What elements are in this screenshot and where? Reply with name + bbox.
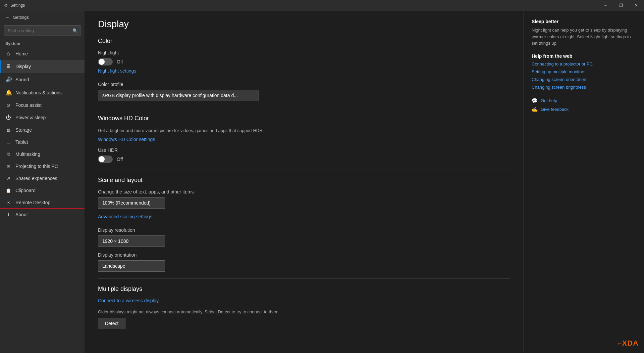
page-title: Display <box>98 19 510 30</box>
sidebar-item-remote[interactable]: ✕ Remote Desktop <box>0 196 85 209</box>
sidebar-item-label: Remote Desktop <box>15 200 50 205</box>
orientation-label: Display orientation <box>98 252 510 258</box>
main-content: Display Color Night light Off Night ligh… <box>85 11 523 353</box>
get-help-link-container: 💬 Get help <box>532 98 636 104</box>
sidebar-item-home[interactable]: ⌂ Home <box>0 47 85 60</box>
sidebar-item-display[interactable]: 🖥 Display <box>0 60 85 73</box>
sidebar-item-clipboard[interactable]: 📋 Clipboard <box>0 184 85 196</box>
help-link-projector[interactable]: Connecting to a projector or PC <box>532 61 636 67</box>
get-help-link[interactable]: Get help <box>541 98 557 103</box>
sidebar-item-tablet[interactable]: ▭ Tablet <box>0 136 85 148</box>
sleep-section-title: Sleep better <box>532 19 636 24</box>
back-icon: ← <box>5 15 10 20</box>
night-light-state: Off <box>117 59 123 64</box>
settings-icon: ⚙ <box>4 3 8 8</box>
orientation-dropdown-wrapper: Landscape Portrait Landscape (flipped) P… <box>98 260 510 272</box>
back-label: Settings <box>13 15 29 20</box>
notifications-icon: 🔔 <box>5 89 11 96</box>
hdr-section-title: Windows HD Color <box>98 115 510 122</box>
tablet-icon: ▭ <box>5 140 11 145</box>
give-feedback-link[interactable]: Give feedback <box>541 107 569 112</box>
color-profile-dropdown[interactable]: sRGB display profile with display hardwa… <box>98 90 259 101</box>
sidebar-item-label: Home <box>15 51 28 56</box>
sidebar-item-label: Tablet <box>15 139 28 145</box>
sidebar-item-multitasking[interactable]: ⧉ Multitasking <box>0 148 85 160</box>
remote-icon: ✕ <box>5 201 11 205</box>
search-icon: 🔍 <box>72 28 78 33</box>
home-icon: ⌂ <box>5 51 11 57</box>
xda-watermark: ⌐XDA <box>618 339 639 348</box>
app-title: Settings <box>10 3 25 8</box>
use-hdr-toggle[interactable] <box>98 156 113 163</box>
help-section-title: Help from the web <box>532 53 636 59</box>
sidebar-item-label: Clipboard <box>15 188 36 193</box>
title-bar-controls: − ❐ ✕ <box>598 0 644 11</box>
display-icon: 🖥 <box>5 63 11 70</box>
help-link-monitors[interactable]: Setting up multiple monitors <box>532 69 636 74</box>
xda-logo-text: ⌐XDA <box>618 339 639 347</box>
title-bar-left: ⚙ Settings <box>4 3 25 8</box>
sidebar-item-label: Notifications & actions <box>15 90 62 95</box>
hdr-description: Get a brighter and more vibrant picture … <box>98 127 510 134</box>
sidebar-item-projecting[interactable]: ⊡ Projecting to this PC <box>0 160 85 172</box>
sidebar-item-label: Storage <box>15 127 32 133</box>
sidebar-item-label: About <box>15 212 28 217</box>
give-feedback-link-container: ✍ Give feedback <box>532 106 636 113</box>
sidebar-item-power[interactable]: ⏻ Power & sleep <box>0 111 85 124</box>
sidebar-item-label: Focus assist <box>15 102 42 108</box>
projecting-icon: ⊡ <box>5 164 11 169</box>
sidebar-item-sound[interactable]: 🔊 Sound <box>0 73 85 86</box>
sidebar-item-notifications[interactable]: 🔔 Notifications & actions <box>0 86 85 99</box>
restore-button[interactable]: ❐ <box>613 0 629 11</box>
color-profile-label: Color profile <box>98 82 510 87</box>
wireless-display-link[interactable]: Connect to a wireless display <box>98 298 159 303</box>
sidebar-item-label: Sound <box>15 77 29 82</box>
sidebar-item-storage[interactable]: ▦ Storage <box>0 124 85 136</box>
divider-3 <box>98 278 510 279</box>
hdr-settings-link[interactable]: Windows HD Color settings <box>98 137 155 142</box>
power-icon: ⏻ <box>5 115 11 121</box>
sidebar: ← Settings 🔍 System ⌂ Home 🖥 Display 🔊 S… <box>0 11 85 353</box>
sidebar-back-button[interactable]: ← Settings <box>0 11 85 24</box>
sound-icon: 🔊 <box>5 76 11 83</box>
scale-dropdown[interactable]: 100% (Recommended) 125% 150% 175% <box>98 197 165 209</box>
multitasking-icon: ⧉ <box>5 151 11 157</box>
use-hdr-toggle-row: Off <box>98 156 510 163</box>
sidebar-item-label: Power & sleep <box>15 115 46 120</box>
advanced-scaling-link[interactable]: Advanced scaling settings <box>98 214 152 219</box>
orientation-dropdown[interactable]: Landscape Portrait Landscape (flipped) P… <box>98 260 165 272</box>
detect-description: Older displays might not always connect … <box>98 309 510 315</box>
search-input[interactable] <box>4 25 80 36</box>
sidebar-search-container: 🔍 <box>4 25 80 36</box>
color-section-title: Color <box>98 38 510 45</box>
night-light-toggle-row: Off <box>98 58 510 65</box>
focus-icon: ⊘ <box>5 102 11 108</box>
scale-section-title: Scale and layout <box>98 177 510 184</box>
app-container: ← Settings 🔍 System ⌂ Home 🖥 Display 🔊 S… <box>0 11 644 353</box>
right-panel: Sleep better Night light can help you ge… <box>523 11 644 353</box>
resolution-dropdown-wrapper: 1920 × 1080 1280 × 720 1024 × 768 <box>98 235 510 247</box>
close-button[interactable]: ✕ <box>629 0 644 11</box>
about-icon: ℹ <box>5 212 11 217</box>
night-light-toggle[interactable] <box>98 58 113 65</box>
help-link-brightness[interactable]: Changing screen brightness <box>532 85 636 90</box>
minimize-button[interactable]: − <box>598 0 613 11</box>
change-size-label: Change the size of text, apps, and other… <box>98 189 510 194</box>
storage-icon: ▦ <box>5 128 11 133</box>
help-link-orientation[interactable]: Changing screen orientation <box>532 77 636 82</box>
sidebar-item-focus[interactable]: ⊘ Focus assist <box>0 99 85 111</box>
title-bar: ⚙ Settings − ❐ ✕ <box>0 0 644 11</box>
multiple-displays-title: Multiple displays <box>98 285 510 293</box>
night-light-settings-link[interactable]: Night light settings <box>98 68 136 74</box>
color-profile-dropdown-wrapper: sRGB display profile with display hardwa… <box>98 90 510 101</box>
divider-1 <box>98 108 510 108</box>
shared-icon: ↗ <box>5 176 11 181</box>
sidebar-item-about[interactable]: ℹ About <box>0 209 85 221</box>
detect-button[interactable]: Detect <box>98 318 125 329</box>
use-hdr-state: Off <box>117 157 123 162</box>
sidebar-item-shared[interactable]: ↗ Shared experiences <box>0 172 85 184</box>
clipboard-icon: 📋 <box>5 188 11 193</box>
system-section-label: System <box>0 39 85 47</box>
resolution-dropdown[interactable]: 1920 × 1080 1280 × 720 1024 × 768 <box>98 235 165 247</box>
resolution-label: Display resolution <box>98 227 510 233</box>
